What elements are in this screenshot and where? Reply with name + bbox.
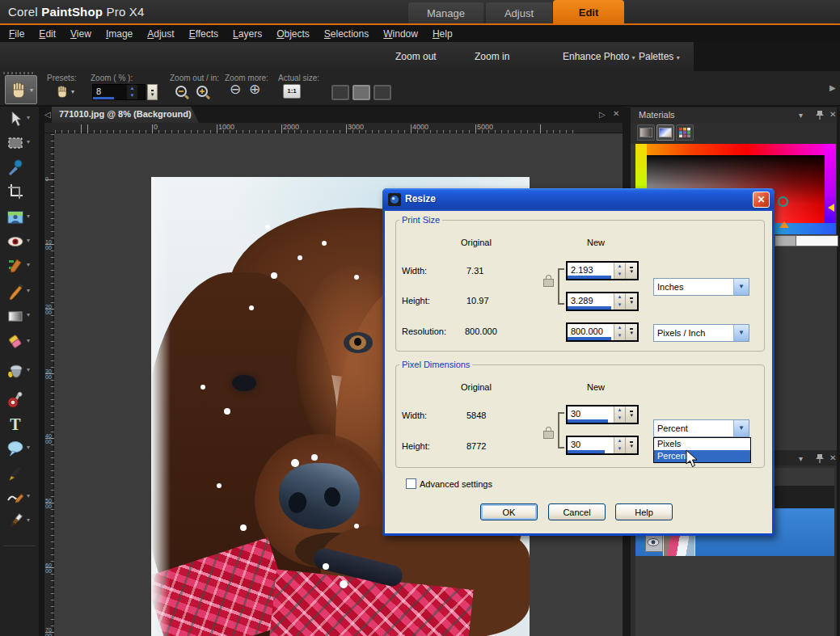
materials-swatches-tab[interactable] [676, 124, 694, 141]
zoom-more-in-icon[interactable]: ⊕ [249, 81, 260, 98]
spin-slider-button[interactable]: ▾ [625, 324, 637, 340]
crop-tool[interactable] [5, 181, 26, 202]
advanced-settings-checkbox[interactable] [406, 478, 416, 489]
flood-fill-caret-icon[interactable]: ▾ [27, 366, 30, 373]
pick-caret-icon[interactable]: ▾ [27, 114, 30, 121]
materials-pin-icon[interactable] [815, 110, 825, 120]
zoom-in-small-icon[interactable] [196, 85, 212, 101]
spin-up-icon[interactable]: ▲ [127, 85, 137, 92]
flood-fill-tool[interactable] [5, 360, 26, 381]
menu-view[interactable]: View [63, 27, 99, 41]
zoom-more-out-icon[interactable]: ⊖ [230, 81, 241, 98]
spin-up-icon[interactable]: ▲ [614, 437, 626, 445]
spin-up-icon[interactable]: ▲ [614, 293, 626, 301]
materials-frame-tab[interactable] [637, 124, 655, 141]
toolbar-overflow-icon[interactable]: ▶ [829, 83, 836, 92]
oil-brush-tool[interactable] [5, 511, 26, 532]
enhance-photo-button[interactable]: Enhance Photo ▾ [563, 42, 635, 73]
tab-scroll-left-icon[interactable]: ◁ [44, 110, 51, 119]
layer-visibility-button[interactable] [645, 534, 663, 552]
spin-up-icon[interactable]: ▲ [614, 406, 626, 415]
paint-brush-caret-icon[interactable]: ▾ [27, 287, 30, 294]
menu-objects[interactable]: Objects [269, 27, 317, 41]
print-width-value[interactable]: 2.193 [571, 265, 593, 275]
materials-rainbow-tab[interactable] [656, 124, 674, 141]
menu-window[interactable]: Window [376, 27, 425, 41]
lighten-darken-tool[interactable] [5, 305, 26, 326]
spin-down-icon[interactable]: ▼ [614, 332, 626, 340]
resize-dialog-close-button[interactable]: ✕ [753, 192, 770, 208]
hue-marker-bottom-icon[interactable] [779, 221, 789, 228]
pan-tool-selected[interactable]: ▾ [5, 75, 37, 104]
preset-shape-caret-icon[interactable]: ▾ [27, 444, 30, 451]
menu-file[interactable]: File [2, 27, 32, 41]
spin-up-icon[interactable]: ▲ [614, 324, 626, 332]
menu-edit[interactable]: Edit [32, 27, 63, 41]
layers-close-icon[interactable]: ✕ [829, 453, 836, 462]
menu-effects[interactable]: Effects [182, 27, 226, 41]
zoom-slider-button[interactable]: ▾ [147, 84, 158, 100]
warp-brush-tool[interactable] [5, 486, 26, 508]
zoom-spin-arrows[interactable]: ▲▼ [127, 85, 137, 99]
clone-tool[interactable] [5, 255, 26, 276]
combo-arrow-icon[interactable]: ▼ [733, 325, 749, 341]
tab-scroll-right-icon[interactable]: ▷ [599, 110, 606, 119]
makeover-tool[interactable] [5, 207, 26, 228]
spin-down-icon[interactable]: ▼ [614, 445, 626, 453]
resolution-value[interactable]: 800.000 [571, 326, 603, 336]
resize-dialog-titlebar[interactable]: Resize ✕ [382, 188, 775, 211]
hue-ring-right[interactable] [825, 144, 836, 234]
spin-slider-button[interactable]: ▾ [625, 263, 637, 279]
oil-brush-caret-icon[interactable]: ▾ [27, 516, 30, 524]
spin-slider-button[interactable]: ▾ [625, 437, 637, 453]
picture-tube-tool[interactable] [5, 390, 26, 411]
red-eye-caret-icon[interactable]: ▾ [27, 237, 30, 244]
pixel-height-spinner[interactable]: 30 ▲▼ ▾ [566, 436, 639, 455]
spin-slider-button[interactable]: ▾ [625, 406, 637, 423]
tab-manage[interactable]: Manage [408, 2, 483, 25]
menu-adjust[interactable]: Adjust [140, 27, 181, 41]
pen-tool[interactable] [5, 462, 26, 483]
print-height-spinner[interactable]: 3.289 ▲▼ ▾ [566, 292, 639, 311]
actual-size-icon[interactable]: 1:1 [283, 84, 301, 99]
palette-grip[interactable] [3, 72, 34, 74]
spin-slider-button[interactable]: ▾ [625, 293, 637, 310]
zoom-in-button[interactable]: Zoom in [475, 42, 509, 71]
help-button[interactable]: Help [615, 503, 673, 520]
presets-hand-icon[interactable] [55, 84, 70, 99]
spin-down-icon[interactable]: ▼ [614, 301, 626, 310]
combo-arrow-icon[interactable]: ▼ [733, 279, 749, 295]
materials-close-icon[interactable]: ✕ [829, 110, 836, 119]
warp-brush-caret-icon[interactable]: ▾ [27, 492, 30, 499]
menu-selections[interactable]: Selections [317, 27, 376, 41]
print-height-value[interactable]: 3.289 [571, 296, 593, 305]
hue-ring-top[interactable] [635, 144, 836, 155]
clone-caret-icon[interactable]: ▾ [27, 261, 30, 268]
zoom-out-small-icon[interactable] [175, 85, 191, 101]
color-marker-icon[interactable] [778, 196, 788, 207]
zoom-percent-spinner[interactable]: 8 ▲▼ [92, 84, 146, 100]
pixel-height-value[interactable]: 30 [571, 440, 580, 449]
zoom-percent-value[interactable]: 8 [96, 86, 101, 96]
pixel-width-spinner[interactable]: 30 ▲▼ ▾ [566, 405, 639, 424]
eraser-caret-icon[interactable]: ▾ [27, 337, 30, 344]
dropper-tool[interactable] [5, 157, 26, 178]
cancel-button[interactable]: Cancel [548, 503, 606, 520]
document-close-icon[interactable]: ✕ [613, 109, 619, 118]
pixel-units-combo[interactable]: Percent ▼ [653, 419, 749, 437]
menu-help[interactable]: Help [425, 27, 460, 41]
red-eye-tool[interactable] [5, 231, 26, 252]
resolution-units-combo[interactable]: Pixels / Inch ▼ [653, 324, 749, 342]
selection-tool[interactable] [5, 133, 26, 154]
lighten-darken-caret-icon[interactable]: ▾ [27, 311, 30, 318]
print-width-spinner[interactable]: 2.193 ▲▼ ▾ [566, 261, 639, 280]
resolution-spinner[interactable]: 800.000 ▲▼ ▾ [566, 322, 639, 342]
pick-tool[interactable] [5, 108, 26, 129]
ok-button[interactable]: OK [480, 503, 538, 520]
eraser-tool[interactable] [5, 331, 26, 352]
presets-caret-icon[interactable]: ▾ [71, 88, 74, 95]
text-tool[interactable]: T [5, 414, 26, 435]
dropdown-option-pixels[interactable]: Pixels [654, 438, 750, 450]
palettes-button[interactable]: Palettes ▾ [639, 42, 680, 73]
paint-brush-tool[interactable] [5, 281, 26, 302]
